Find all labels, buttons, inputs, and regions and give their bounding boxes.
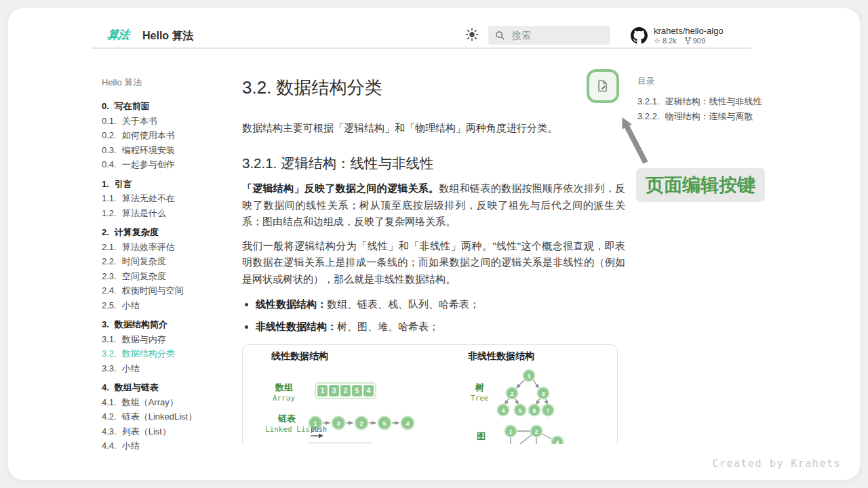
- sidebar-item[interactable]: 3.3. 小结: [102, 361, 241, 376]
- svg-text:5: 5: [518, 407, 521, 414]
- svg-text:5: 5: [382, 420, 386, 427]
- svg-text:1: 1: [509, 428, 512, 435]
- sidebar-item[interactable]: 2. 计算复杂度: [102, 225, 241, 240]
- sidebar-item[interactable]: 2.3. 空间复杂度: [102, 269, 241, 284]
- app-window: 算法 Hello 算法 krahets/hello-algo ☆: [8, 8, 860, 480]
- sidebar-item[interactable]: 0. 写在前面: [102, 99, 241, 114]
- sidebar-item[interactable]: 2.5. 小结: [102, 298, 241, 313]
- repo-name: krahets/hello-algo: [654, 26, 724, 36]
- search-icon: [495, 30, 505, 41]
- svg-text:6: 6: [532, 407, 536, 414]
- search-input[interactable]: [511, 29, 601, 41]
- push-arrow-icon: [311, 433, 324, 439]
- svg-text:2: 2: [510, 390, 513, 397]
- toc-items: 3.2.1. 逻辑结构：线性与非线性 3.2.2. 物理结构：连续与离散: [637, 94, 800, 124]
- graph-label-zh: 图: [477, 430, 486, 443]
- sidebar-item[interactable]: 2.2. 时间复杂度: [102, 254, 241, 269]
- sidebar-item[interactable]: 4. 数组与链表: [102, 380, 241, 395]
- fork-icon: [685, 37, 691, 45]
- sidebar-item[interactable]: 3. 数据结构简介: [102, 317, 241, 332]
- toc-item[interactable]: 3.2.1. 逻辑结构：线性与非线性: [637, 94, 800, 109]
- sidebar-nav: Hello 算法 0. 写在前面 0.1. 关于本书 0.2. 如何使用本书 0…: [102, 77, 241, 453]
- bullet-item: 非线性数据结构：树、图、堆、哈希表；: [256, 319, 625, 335]
- theme-toggle-button[interactable]: [464, 27, 480, 43]
- repo-stats: ☆ 8.2k 909: [654, 36, 724, 45]
- star-icon: ☆: [654, 36, 660, 45]
- sidebar-item[interactable]: 0.4. 一起参与创作: [102, 157, 241, 172]
- graph-label-en: Graph: [472, 443, 494, 444]
- section-heading: 3.2.1. 逻辑结构：线性与非线性: [242, 154, 625, 173]
- tree-label-zh: 树: [475, 382, 484, 394]
- svg-text:1: 1: [527, 373, 530, 380]
- sun-icon: [465, 27, 479, 42]
- nonlinear-column-title: 非线性数据结构: [468, 350, 534, 363]
- sidebar-item[interactable]: 1. 引言: [102, 177, 241, 192]
- svg-text:4: 4: [501, 407, 505, 414]
- sidebar-site-title: Hello 算法: [102, 77, 241, 89]
- edit-document-icon: [595, 79, 610, 94]
- hello-algo-logo[interactable]: 算法: [106, 27, 130, 43]
- page-title: 3.2. 数据结构分类: [242, 75, 625, 100]
- array-cell: 5: [352, 385, 362, 396]
- sidebar-item[interactable]: 0.3. 编程环境安装: [102, 143, 241, 158]
- fork-count: 909: [693, 36, 705, 45]
- sidebar-items: 0. 写在前面 0.1. 关于本书 0.2. 如何使用本书 0.3. 编程环境安…: [102, 99, 241, 453]
- array-cell: 3: [329, 385, 339, 396]
- sidebar-item[interactable]: 1.1. 算法无处不在: [102, 191, 241, 206]
- sidebar-item[interactable]: 4.1. 数组（Array）: [102, 395, 241, 410]
- github-icon: [631, 27, 648, 44]
- array-cell: 2: [340, 385, 351, 396]
- array-cell: 4: [363, 385, 374, 396]
- sidebar-item[interactable]: 2.4. 权衡时间与空间: [102, 283, 241, 298]
- sidebar-item[interactable]: 4.4. 小结: [102, 439, 241, 453]
- footer-credit: Created by Krahets: [712, 458, 841, 470]
- svg-text:3: 3: [541, 390, 545, 397]
- sidebar-item[interactable]: 2.1. 算法效率评估: [102, 240, 241, 255]
- array-cells: 1 3 2 5 4: [315, 382, 376, 399]
- header-divider: [92, 47, 751, 49]
- main-content: 3.2. 数据结构分类 数据结构主要可根据「逻辑结构」和「物理结构」两种角度进行…: [242, 73, 625, 444]
- linked-list-label-zh: 链表: [278, 413, 296, 425]
- svg-text:2: 2: [534, 428, 538, 435]
- page-toc: 目录 3.2.1. 逻辑结构：线性与非线性 3.2.2. 物理结构：连续与离散: [637, 76, 800, 124]
- svg-text:2: 2: [359, 420, 363, 427]
- structure-bullet-list: 线性数据结构：数组、链表、栈、队列、哈希表；非线性数据结构：树、图、堆、哈希表；: [242, 296, 625, 335]
- tree-diagram: 1 2 3 4 5 6 7: [495, 367, 563, 423]
- sidebar-item[interactable]: 0.1. 关于本书: [102, 114, 241, 129]
- data-structure-figure: 线性数据结构 非线性数据结构 数组 Array 1 3 2 5 4 链表 Lin…: [242, 344, 618, 444]
- intro-paragraph: 数据结构主要可根据「逻辑结构」和「物理结构」两种角度进行分类。: [242, 120, 625, 136]
- sidebar-item[interactable]: 3.2. 数据结构分类: [102, 346, 241, 361]
- svg-text:7: 7: [546, 407, 549, 414]
- paragraph-logical-structure: 「逻辑结构」反映了数据之间的逻辑关系。数组和链表的数据按照顺序依次排列，反映了数…: [242, 180, 625, 230]
- sidebar-item[interactable]: 0.2. 如何使用本书: [102, 128, 241, 143]
- annotation-arrow: [608, 103, 656, 171]
- graph-diagram: 1 2 4 3 5: [495, 424, 566, 444]
- svg-text:3: 3: [336, 420, 340, 427]
- page-edit-button[interactable]: [587, 69, 619, 103]
- svg-text:4: 4: [406, 420, 409, 427]
- bullet-item: 线性数据结构：数组、链表、栈、队列、哈希表；: [256, 296, 625, 312]
- toc-item[interactable]: 3.2.2. 物理结构：连续与离散: [637, 109, 800, 124]
- array-cell: 1: [317, 385, 328, 396]
- annotation-label: 页面编辑按键: [636, 168, 765, 202]
- array-label-en: Array: [273, 394, 295, 403]
- tree-label-en: Tree: [471, 394, 489, 403]
- github-repo-link[interactable]: krahets/hello-algo ☆ 8.2k 909: [631, 26, 724, 45]
- sidebar-item[interactable]: 1.2. 算法是什么: [102, 206, 241, 221]
- site-title[interactable]: Hello 算法: [142, 29, 194, 43]
- paragraph-linear-nonlinear: 我们一般将逻辑结构分为「线性」和「非线性」两种。"线性"这个概念很直观，即表明数…: [242, 238, 625, 288]
- stack-container: [309, 443, 372, 444]
- toc-title: 目录: [637, 76, 800, 87]
- array-label-zh: 数组: [275, 382, 293, 394]
- svg-text:4: 4: [555, 439, 559, 445]
- sidebar-item[interactable]: 4.3. 列表（List）: [102, 424, 241, 439]
- sidebar-item[interactable]: 3.1. 数据与内存: [102, 332, 241, 347]
- search-box[interactable]: [488, 26, 610, 45]
- stack-push-label: push: [311, 426, 327, 433]
- sidebar-item[interactable]: 4.2. 链表（LinkedList）: [102, 409, 241, 424]
- linear-column-title: 线性数据结构: [271, 350, 328, 363]
- star-count: 8.2k: [663, 36, 677, 45]
